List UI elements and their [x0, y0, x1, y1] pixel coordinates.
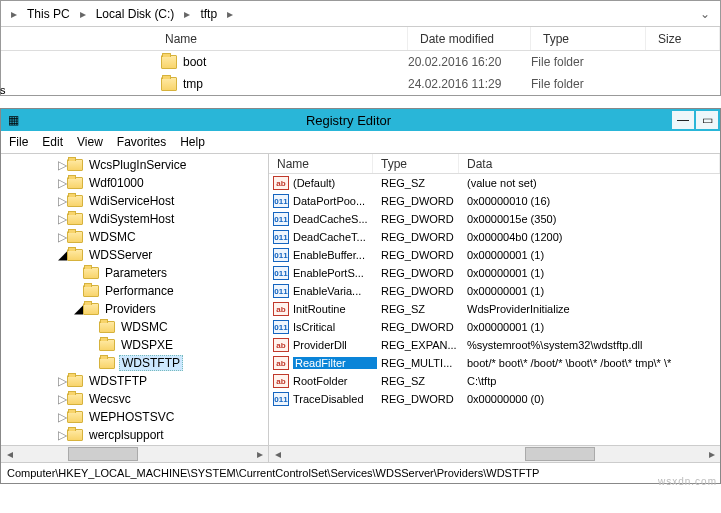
expand-icon[interactable]: ▷	[57, 374, 67, 388]
value-data: 0x0000015e (350)	[463, 213, 720, 225]
breadcrumb-item[interactable]: Local Disk (C:)	[92, 5, 179, 23]
value-data: 0x00000010 (16)	[463, 195, 720, 207]
column-type[interactable]: Type	[531, 27, 646, 50]
value-row[interactable]: 011EnablePortS...REG_DWORD0x00000001 (1)	[269, 264, 720, 282]
value-row[interactable]: 011DeadCacheS...REG_DWORD0x0000015e (350…	[269, 210, 720, 228]
value-row[interactable]: 011EnableVaria...REG_DWORD0x00000001 (1)	[269, 282, 720, 300]
value-type-icon: 011	[273, 212, 289, 226]
maximize-button[interactable]: ▭	[696, 111, 718, 129]
tree[interactable]: ▷WcsPlugInService▷Wdf01000▷WdiServiceHos…	[1, 154, 268, 445]
chevron-right-icon: ▸	[74, 7, 92, 21]
tree-node[interactable]: ▷WdiServiceHost	[1, 192, 268, 210]
value-type: REG_DWORD	[377, 195, 463, 207]
menu-file[interactable]: File	[9, 135, 28, 149]
minimize-button[interactable]: —	[672, 111, 694, 129]
tree-node[interactable]: WDSMC	[1, 318, 268, 336]
tree-node[interactable]: ◢WDSServer	[1, 246, 268, 264]
breadcrumb[interactable]: ▸ This PC ▸ Local Disk (C:) ▸ tftp ▸ ⌄	[1, 1, 720, 27]
tree-node[interactable]: WDSTFTP	[1, 354, 268, 372]
value-row[interactable]: abProviderDllREG_EXPAN...%systemroot%\sy…	[269, 336, 720, 354]
value-data: 0x000004b0 (1200)	[463, 231, 720, 243]
menu-view[interactable]: View	[77, 135, 103, 149]
panes: ▷WcsPlugInService▷Wdf01000▷WdiServiceHos…	[1, 154, 720, 462]
folder-icon	[99, 321, 115, 333]
tree-label: Parameters	[103, 266, 169, 280]
value-row[interactable]: 011EnableBuffer...REG_DWORD0x00000001 (1…	[269, 246, 720, 264]
scroll-right-icon[interactable]: ▸	[251, 446, 268, 463]
expand-icon[interactable]: ▷	[57, 212, 67, 226]
column-size[interactable]: Size	[646, 27, 720, 50]
expand-icon[interactable]: ▷	[57, 176, 67, 190]
expand-icon[interactable]: ▷	[57, 230, 67, 244]
folder-icon	[67, 429, 83, 441]
value-data: boot/* boot\* /boot/* \boot\* /boot\* tm…	[463, 357, 720, 369]
tree-label: WcsPlugInService	[87, 158, 188, 172]
value-type-icon: 011	[273, 284, 289, 298]
expand-icon[interactable]: ▷	[57, 392, 67, 406]
tree-node[interactable]: ▷WDSTFTP	[1, 372, 268, 390]
value-data: 0x00000001 (1)	[463, 249, 720, 261]
tree-node[interactable]: ▷Wdf01000	[1, 174, 268, 192]
file-row[interactable]: tmp24.02.2016 11:29File folder	[1, 73, 720, 95]
chevron-down-icon[interactable]: ⌄	[694, 7, 716, 21]
folder-icon	[67, 393, 83, 405]
scroll-left-icon[interactable]: ◂	[1, 446, 18, 463]
tree-node[interactable]: ▷WEPHOSTSVC	[1, 408, 268, 426]
tree-node[interactable]: ▷Wecsvc	[1, 390, 268, 408]
value-row[interactable]: abRootFolderREG_SZC:\tftp	[269, 372, 720, 390]
values-scrollbar[interactable]: ◂ ▸	[269, 445, 720, 462]
expand-icon[interactable]: ▷	[57, 158, 67, 172]
menu-favorites[interactable]: Favorites	[117, 135, 166, 149]
breadcrumb-item[interactable]: This PC	[23, 5, 74, 23]
breadcrumb-item[interactable]: tftp	[196, 5, 221, 23]
tree-node[interactable]: ◢Providers	[1, 300, 268, 318]
values-list[interactable]: ab(Default)REG_SZ(value not set)011DataP…	[269, 174, 720, 445]
cut-off-label: s	[0, 84, 10, 96]
tree-node[interactable]: ▷WDSMC	[1, 228, 268, 246]
menu-edit[interactable]: Edit	[42, 135, 63, 149]
chevron-right-icon: ▸	[221, 7, 239, 21]
menu-help[interactable]: Help	[180, 135, 205, 149]
value-row[interactable]: 011IsCriticalREG_DWORD0x00000001 (1)	[269, 318, 720, 336]
tree-node[interactable]: WDSPXE	[1, 336, 268, 354]
values-col-name[interactable]: Name	[269, 154, 373, 173]
value-data: %systemroot%\system32\wdstftp.dll	[463, 339, 720, 351]
tree-node[interactable]: Parameters	[1, 264, 268, 282]
scroll-thumb[interactable]	[525, 447, 595, 461]
file-row[interactable]: boot20.02.2016 16:20File folder	[1, 51, 720, 73]
folder-icon	[83, 267, 99, 279]
expand-icon[interactable]: ▷	[57, 410, 67, 424]
value-row[interactable]: ab(Default)REG_SZ(value not set)	[269, 174, 720, 192]
expand-icon[interactable]: ◢	[57, 248, 67, 262]
tree-scrollbar[interactable]: ◂ ▸	[1, 445, 268, 462]
tree-node[interactable]: ▷wercplsupport	[1, 426, 268, 444]
value-type-icon: 011	[273, 320, 289, 334]
scroll-right-icon[interactable]: ▸	[703, 446, 720, 463]
scroll-left-icon[interactable]: ◂	[269, 446, 286, 463]
value-name: InitRoutine	[293, 303, 377, 315]
value-name: IsCritical	[293, 321, 377, 333]
column-name[interactable]: Name	[153, 27, 408, 50]
tree-node[interactable]: ▷WdiSystemHost	[1, 210, 268, 228]
tree-node[interactable]: Performance	[1, 282, 268, 300]
scroll-thumb[interactable]	[68, 447, 138, 461]
expand-icon[interactable]: ▷	[57, 428, 67, 442]
file-date: 24.02.2016 11:29	[408, 77, 531, 91]
tree-label: WDSPXE	[119, 338, 175, 352]
value-type: REG_EXPAN...	[377, 339, 463, 351]
value-row[interactable]: 011TraceDisabledREG_DWORD0x00000000 (0)	[269, 390, 720, 408]
tree-node[interactable]: ▷WcsPlugInService	[1, 156, 268, 174]
value-row[interactable]: 011DeadCacheT...REG_DWORD0x000004b0 (120…	[269, 228, 720, 246]
column-date[interactable]: Date modified	[408, 27, 531, 50]
value-type: REG_MULTI...	[377, 357, 463, 369]
expand-icon[interactable]: ◢	[73, 302, 83, 316]
value-row[interactable]: 011DataPortPoo...REG_DWORD0x00000010 (16…	[269, 192, 720, 210]
value-name: ProviderDll	[293, 339, 377, 351]
value-row[interactable]: abInitRoutineREG_SZWdsProviderInitialize	[269, 300, 720, 318]
values-col-type[interactable]: Type	[373, 154, 459, 173]
expand-icon[interactable]: ▷	[57, 194, 67, 208]
value-type-icon: 011	[273, 266, 289, 280]
values-col-data[interactable]: Data	[459, 154, 720, 173]
title-bar[interactable]: ▦ Registry Editor — ▭	[1, 109, 720, 131]
value-row[interactable]: abReadFilterREG_MULTI...boot/* boot\* /b…	[269, 354, 720, 372]
